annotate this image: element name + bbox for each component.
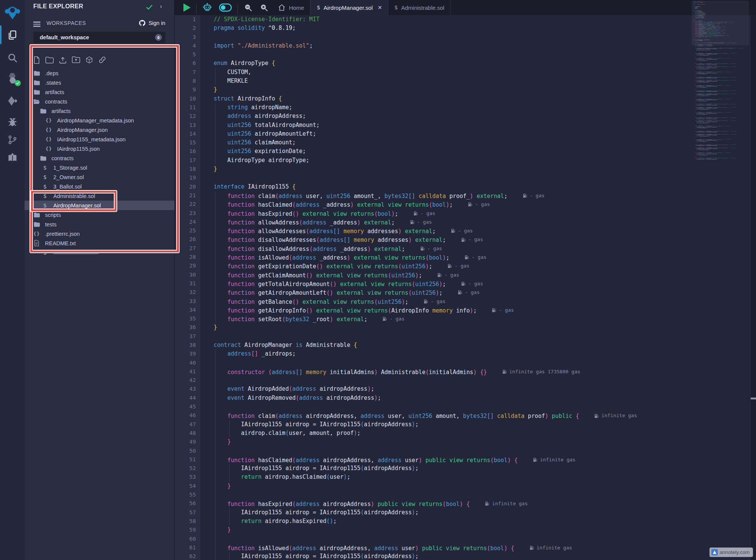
line-content[interactable]: } (200, 438, 750, 446)
tree-item-AirdropManager.sol[interactable]: SAirdropManager.sol (25, 201, 174, 210)
tree-item-.prettierrc.json[interactable]: {}.prettierrc.json (25, 229, 174, 238)
line-content[interactable]: function getAirdropInfo() external view … (200, 306, 750, 314)
line-content[interactable]: function getTotalAirdropAmount() externa… (200, 279, 750, 288)
workspaces-menu-icon[interactable] (33, 20, 40, 28)
tree-item-contracts[interactable]: contracts (25, 153, 174, 163)
line-number[interactable]: 8 (175, 77, 200, 85)
line-number[interactable]: 38 (175, 341, 200, 350)
code-editor[interactable]: 1// SPDX-License-Identifier: MIT2pragma … (175, 15, 750, 560)
line-content[interactable] (200, 50, 750, 59)
line-number[interactable]: 62 (175, 552, 200, 560)
line-content[interactable]: function hasClaimed(address airdropAddre… (200, 455, 750, 464)
line-number[interactable]: 42 (175, 376, 200, 385)
tree-item-.states[interactable]: .states (25, 78, 174, 87)
line-number[interactable]: 18 (175, 165, 200, 173)
line-content[interactable]: } (200, 482, 750, 490)
line-content[interactable] (200, 490, 750, 499)
line-content[interactable]: AirdropType airdropType; (200, 156, 750, 165)
line-content[interactable]: function getAirdropAmountLeft() external… (200, 288, 750, 297)
line-content[interactable] (200, 376, 750, 385)
tree-item-partial[interactable]: S (25, 248, 174, 257)
line-content[interactable]: return airdrop.hasExpired(); (200, 517, 750, 526)
line-content[interactable] (200, 33, 750, 42)
line-content[interactable]: function claim(address user, uint256 amo… (200, 191, 750, 200)
tree-item-2_Owner.sol[interactable]: S2_Owner.sol (25, 172, 174, 182)
line-number[interactable]: 50 (175, 447, 200, 455)
line-content[interactable]: IAirdrop1155 airdrop = IAirdrop1155(aird… (200, 508, 750, 517)
new-folder-icon[interactable] (45, 57, 54, 63)
line-content[interactable] (200, 359, 750, 367)
line-number[interactable]: 3 (175, 33, 200, 42)
rail-git-icon[interactable] (0, 135, 25, 145)
workspace-selector[interactable]: default_workspace (33, 32, 165, 43)
line-number[interactable]: 36 (175, 323, 200, 332)
line-number[interactable]: 53 (175, 473, 200, 481)
line-number[interactable]: 1 (175, 15, 200, 24)
line-number[interactable]: 30 (175, 271, 200, 279)
line-content[interactable]: function allowAddress(address _address) … (200, 218, 750, 226)
line-number[interactable]: 55 (175, 490, 200, 499)
sign-in-button[interactable]: Sign in (138, 19, 165, 27)
tree-item-1_Storage.sol[interactable]: S1_Storage.sol (25, 163, 174, 172)
line-number[interactable]: 61 (175, 543, 200, 552)
line-content[interactable]: MERKLE (200, 77, 750, 85)
line-content[interactable]: } (200, 85, 750, 94)
tab-Administrable.sol[interactable]: SAdministrable.sol (388, 0, 451, 15)
tree-item-IAirdrop1155.json[interactable]: {}IAirdrop1155.json (25, 144, 174, 153)
line-number[interactable]: 49 (175, 438, 200, 446)
line-number[interactable]: 27 (175, 244, 200, 253)
line-number[interactable]: 6 (175, 59, 200, 68)
tree-item-scripts[interactable]: scripts (25, 210, 174, 220)
upload-file-icon[interactable] (59, 56, 67, 64)
line-number[interactable]: 51 (175, 455, 200, 464)
tree-item-AirdropManager_metadata.json[interactable]: {}AirdropManager_metadata.json (25, 116, 174, 125)
line-number[interactable]: 9 (175, 85, 200, 94)
line-number[interactable]: 26 (175, 235, 200, 244)
cube-icon[interactable] (85, 56, 93, 64)
line-number[interactable]: 43 (175, 385, 200, 393)
line-content[interactable]: uint256 totalAirdropAmount; (200, 121, 750, 130)
line-content[interactable]: interface IAirdrop1155 { (200, 183, 750, 191)
line-content[interactable]: } (200, 323, 750, 332)
line-number[interactable]: 28 (175, 253, 200, 261)
line-content[interactable]: IAirdrop1155 airdrop = IAirdrop1155(aird… (692, 159, 749, 159)
check-icon[interactable] (146, 3, 153, 11)
line-number[interactable]: 2 (175, 24, 200, 32)
line-content[interactable]: string airdropName; (200, 103, 750, 112)
zoom-out-button[interactable] (240, 0, 256, 15)
line-number[interactable]: 12 (175, 112, 200, 121)
line-number[interactable]: 16 (175, 147, 200, 156)
tree-item-artifacts[interactable]: artifacts (25, 106, 174, 116)
line-number[interactable]: 58 (175, 517, 200, 526)
ai-copilot-button[interactable] (199, 0, 216, 15)
line-number[interactable]: 37 (175, 332, 200, 341)
line-content[interactable]: } (200, 165, 750, 173)
link-icon[interactable] (98, 56, 106, 64)
tree-item-contracts[interactable]: contracts (25, 97, 174, 106)
line-content[interactable]: function isAllowed(address _address) ext… (200, 253, 750, 261)
line-content[interactable]: function disallowAddress(address _addres… (200, 244, 750, 253)
tree-item-3_Ballot.sol[interactable]: S3_Ballot.sol (25, 182, 174, 191)
line-content[interactable]: function getClaimAmount() external view … (200, 271, 750, 279)
line-number[interactable]: 35 (175, 314, 200, 323)
line-content[interactable]: address airdropAddress; (200, 112, 750, 121)
line-content[interactable]: function claim(address airdropAddress, a… (200, 411, 750, 420)
rail-file-explorer-icon[interactable] (0, 29, 25, 41)
line-number[interactable]: 15 (175, 138, 200, 147)
line-number[interactable]: 48 (175, 429, 200, 438)
line-content[interactable]: function isAllowed(address airdropAddres… (200, 543, 750, 552)
line-content[interactable]: uint256 airdropAmountLeft; (200, 130, 750, 138)
line-number[interactable]: 45 (175, 402, 200, 411)
rail-search-icon[interactable] (0, 52, 25, 63)
line-content[interactable]: } (200, 526, 750, 534)
line-number[interactable]: 22 (175, 200, 200, 209)
line-content[interactable] (200, 173, 750, 182)
run-script-button[interactable] (180, 0, 194, 15)
rail-learn-icon[interactable] (0, 153, 25, 163)
line-number[interactable]: 5 (175, 50, 200, 59)
minimap[interactable]: // SPDX-License-Identifier: MITpragma so… (692, 1, 749, 159)
line-content[interactable]: enum AirdropType { (200, 59, 750, 68)
close-tab-icon[interactable]: ✕ (378, 5, 382, 11)
line-number[interactable]: 47 (175, 420, 200, 429)
rail-deploy-run-icon[interactable] (0, 95, 25, 107)
